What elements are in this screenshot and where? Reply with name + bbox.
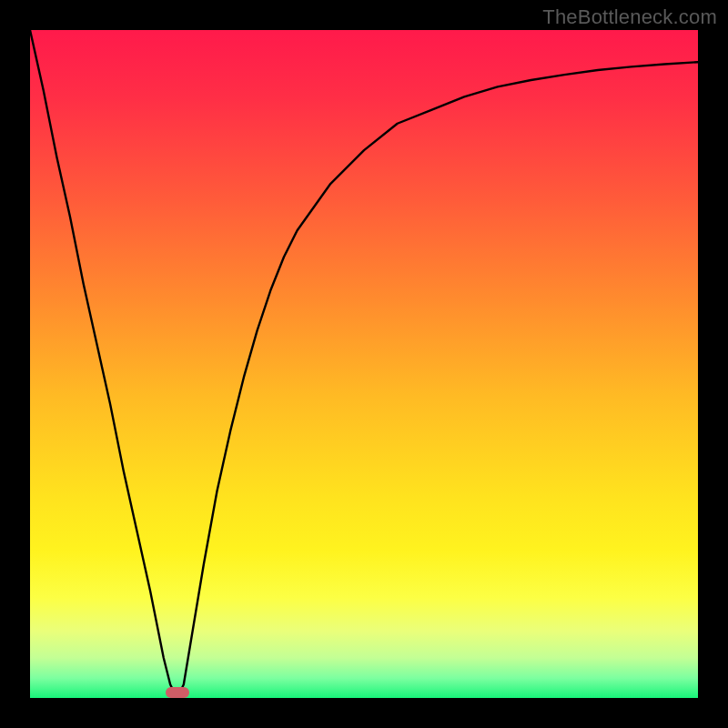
chart-frame: TheBottleneck.com	[0, 0, 728, 728]
optimum-marker	[166, 687, 189, 698]
watermark-text: TheBottleneck.com	[542, 5, 717, 29]
bottleneck-curve	[30, 30, 698, 698]
plot-area	[30, 30, 698, 698]
